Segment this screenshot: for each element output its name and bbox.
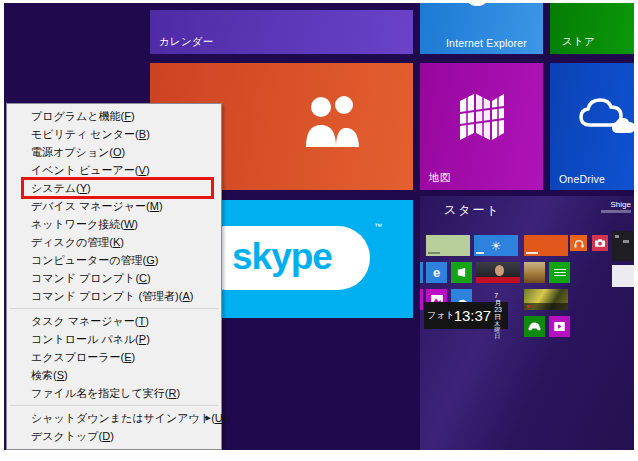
submenu-arrow-icon: ▶ (206, 409, 211, 427)
video-icon (554, 322, 565, 331)
mini-tile-travel-photo[interactable] (524, 262, 545, 283)
menu-item-label: 電源オプション(O) (31, 146, 125, 158)
mini-tile-mail[interactable] (426, 235, 470, 256)
menu-item[interactable]: 電源オプション(O) (7, 143, 221, 161)
clock-date: 7月23日 (494, 292, 505, 320)
menu-item-label: モビリティ センター(B) (31, 128, 150, 140)
menu-item-label: ディスクの管理(K) (31, 236, 124, 248)
menu-item[interactable]: シャットダウンまたはサインアウト(U)▶ (7, 409, 221, 427)
menu-item[interactable]: システム(Y) (7, 179, 221, 197)
caption-strip (476, 277, 520, 283)
user-subtitle-line (601, 210, 631, 213)
mini-tile-ie[interactable]: e (426, 262, 447, 283)
mini-tile-notes[interactable] (549, 262, 570, 283)
game-controller-icon (528, 322, 541, 331)
menu-item[interactable]: 検索(S) (7, 366, 221, 384)
tile-store-label: ストア (562, 35, 595, 49)
menu-item-label: システム(Y) (31, 182, 91, 194)
menu-separator (10, 405, 218, 406)
mini-tile-camera[interactable] (592, 235, 608, 251)
tile-ie-label: Internet Explorer (446, 37, 527, 49)
menu-item[interactable]: ディスクの管理(K) (7, 233, 221, 251)
store-icon (456, 267, 467, 278)
tile-store[interactable]: ストア (550, 3, 634, 54)
menu-item[interactable]: プログラムと機能(F) (7, 107, 221, 125)
tile-sliver (420, 262, 423, 283)
sun-icon: ☀ (491, 240, 502, 252)
menu-item[interactable]: コマンド プロンプト(C) (7, 269, 221, 287)
photo-face (495, 265, 504, 276)
menu-item-label: デバイス マネージャー(M) (31, 200, 163, 212)
mini-tile-music[interactable] (524, 235, 568, 256)
user-name: Shige (601, 200, 631, 209)
tile-label-overlap: フォト (427, 309, 455, 322)
ie-logo-icon: e (464, 3, 490, 17)
ie-mini-icon: e (433, 266, 440, 279)
menu-item[interactable]: ファイル名を指定して実行(R) (7, 384, 221, 402)
tile-calendar-label: カレンダー (159, 35, 213, 49)
menu-item[interactable]: デバイス マネージャー(M) (7, 197, 221, 215)
mini-tile-video[interactable] (549, 316, 570, 337)
tile-calendar[interactable]: カレンダー (150, 10, 413, 54)
skype-wordmark: skype (232, 238, 332, 275)
tile-onedrive-label: OneDrive (559, 173, 605, 185)
menu-item-label: プログラムと機能(F) (31, 110, 135, 122)
menu-item-label: コマンド プロンプト (管理者)(A) (31, 290, 193, 302)
menu-item-label: コントロール パネル(P) (31, 333, 150, 345)
logo-dot (527, 305, 530, 308)
clock-flyout: フォト 13:37 7月23日 木曜日 (424, 302, 508, 329)
mini-tile-weather[interactable]: ☀ (474, 235, 518, 256)
mini-tile-xbox-games[interactable] (524, 316, 545, 337)
menu-item-label: シャットダウンまたはサインアウト(U) (31, 412, 226, 424)
headphones-icon (574, 239, 584, 248)
clock-weekday: 木曜日 (494, 321, 505, 339)
menu-item[interactable]: エクスプローラー(E) (7, 348, 221, 366)
mini-tile-video-news[interactable] (476, 262, 520, 283)
mini-tile-dark-photo[interactable] (612, 231, 634, 261)
menu-item-label: 検索(S) (31, 369, 68, 381)
tile-sliver (420, 289, 423, 310)
menu-item[interactable]: コマンド プロンプト (管理者)(A) (7, 287, 221, 305)
mini-start-title: スタート (444, 202, 501, 219)
context-menu-list: プログラムと機能(F)モビリティ センター(B)電源オプション(O)イベント ビ… (7, 107, 221, 445)
start-screen-background: カレンダー e Internet Explorer ストア 地図 (4, 3, 634, 450)
tile-internet-explorer[interactable]: e Internet Explorer (420, 3, 543, 54)
menu-item[interactable]: イベント ビューアー(V) (7, 161, 221, 179)
user-account[interactable]: Shige (601, 200, 631, 213)
mini-tile-store[interactable] (451, 262, 472, 283)
menu-item-label: デスクトップ(D) (31, 430, 114, 442)
onedrive-clouds-icon (576, 95, 634, 135)
menu-item-label: エクスプローラー(E) (31, 351, 135, 363)
clock-time: 13:37 (454, 307, 492, 324)
menu-item[interactable]: モビリティ センター(B) (7, 125, 221, 143)
tile-onedrive[interactable]: OneDrive (550, 63, 634, 190)
map-icon (458, 91, 506, 143)
skype-trademark: ™ (374, 222, 382, 231)
menu-item[interactable]: デスクトップ(D) (7, 427, 221, 445)
menu-item[interactable]: ネットワーク接続(W) (7, 215, 221, 233)
menu-item-label: ファイル名を指定して実行(R) (31, 387, 180, 399)
text-lines (554, 267, 566, 278)
mini-tile-headphones[interactable] (570, 235, 587, 251)
camera-icon (595, 239, 605, 247)
menu-item[interactable]: コントロール パネル(P) (7, 330, 221, 348)
mini-tile-light-photo[interactable] (612, 265, 634, 287)
menu-item-label: ネットワーク接続(W) (31, 218, 138, 230)
menu-item[interactable]: コンピューターの管理(G) (7, 251, 221, 269)
menu-item-label: コマンド プロンプト(C) (31, 272, 151, 284)
menu-item[interactable]: タスク マネージャー(T) (7, 312, 221, 330)
mini-tile-sports-photo[interactable] (524, 289, 568, 310)
people-icon (300, 95, 364, 147)
menu-separator (10, 308, 218, 309)
menu-item-label: イベント ビューアー(V) (31, 164, 150, 176)
context-menu: プログラムと機能(F)モビリティ センター(B)電源オプション(O)イベント ビ… (6, 103, 222, 450)
menu-item-label: タスク マネージャー(T) (31, 315, 149, 327)
caption-strip (524, 303, 568, 310)
tile-maps[interactable]: 地図 (420, 63, 543, 190)
menu-item-label: コンピューターの管理(G) (31, 254, 158, 266)
tile-maps-label: 地図 (429, 171, 450, 185)
